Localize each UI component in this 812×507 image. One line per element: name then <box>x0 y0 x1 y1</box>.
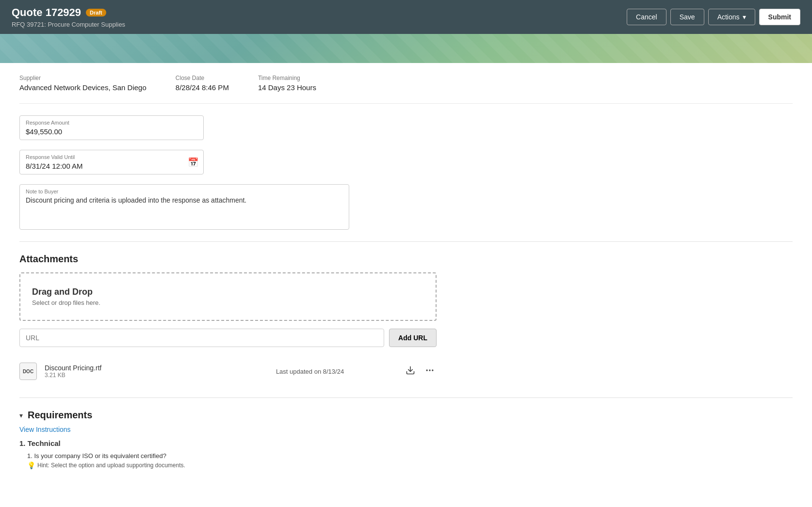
header-left: Quote 172929 Draft RFQ 39721: Procure Co… <box>12 6 125 28</box>
divider-1 <box>19 241 793 242</box>
requirements-section: ▾ Requirements View Instructions 1. Tech… <box>19 410 793 469</box>
close-date-info: Close Date 8/28/24 8:46 PM <box>176 75 229 92</box>
chevron-icon[interactable]: ▾ <box>19 412 23 419</box>
note-to-buyer-group: Note to Buyer Discount pricing and crite… <box>19 184 793 230</box>
file-updated: Last updated on 8/13/24 <box>224 368 396 375</box>
drop-zone[interactable]: Drag and Drop Select or drop files here. <box>19 272 437 321</box>
svg-point-1 <box>426 369 428 371</box>
attachments-title: Attachments <box>19 254 793 265</box>
view-instructions-link[interactable]: View Instructions <box>19 426 71 433</box>
drop-zone-title: Drag and Drop <box>32 287 424 297</box>
url-input[interactable] <box>19 329 384 347</box>
file-info: Discount Pricing.rtf 3.21 KB <box>45 364 216 379</box>
file-actions <box>404 364 437 380</box>
supplier-value: Advanced Network Devices, San Diego <box>19 83 146 92</box>
page-header: Quote 172929 Draft RFQ 39721: Procure Co… <box>0 0 812 34</box>
note-to-buyer-value: Discount pricing and criteria is uploade… <box>26 196 343 225</box>
decorative-banner <box>0 34 812 63</box>
cancel-button[interactable]: Cancel <box>627 9 666 25</box>
response-amount-group: Response Amount $49,550.00 <box>19 115 793 140</box>
add-url-button[interactable]: Add URL <box>389 329 437 347</box>
file-icon: DOC <box>19 363 37 380</box>
url-row: Add URL <box>19 329 437 347</box>
svg-point-3 <box>432 369 433 371</box>
response-valid-label: Response Valid Until <box>26 154 197 160</box>
main-content: Supplier Advanced Network Devices, San D… <box>0 63 812 507</box>
attachments-section: Attachments Drag and Drop Select or drop… <box>19 254 793 386</box>
calendar-icon: 📅 <box>188 157 198 168</box>
drop-zone-subtitle: Select or drop files here. <box>32 299 424 306</box>
response-valid-value: 8/31/24 12:00 AM <box>26 162 197 170</box>
requirements-header: ▾ Requirements <box>19 410 793 421</box>
header-actions: Cancel Save Actions ▾ Submit <box>627 9 800 25</box>
file-row: DOC Discount Pricing.rtf 3.21 KB Last up… <box>19 357 437 386</box>
time-remaining-label: Time Remaining <box>258 75 316 81</box>
save-button[interactable]: Save <box>670 9 704 25</box>
technical-section-title: 1. Technical <box>19 439 793 447</box>
time-remaining-info: Time Remaining 14 Days 23 Hours <box>258 75 316 92</box>
time-remaining-value: 14 Days 23 Hours <box>258 83 316 92</box>
requirement-question-1: 1. Is your company ISO or its equivalent… <box>19 452 793 459</box>
header-title-row: Quote 172929 Draft <box>12 6 125 19</box>
actions-button[interactable]: Actions ▾ <box>708 9 755 25</box>
requirements-title: Requirements <box>28 410 92 421</box>
note-to-buyer-field[interactable]: Note to Buyer Discount pricing and crite… <box>19 184 349 230</box>
supplier-label: Supplier <box>19 75 146 81</box>
response-amount-label: Response Amount <box>26 120 197 126</box>
close-date-label: Close Date <box>176 75 229 81</box>
more-options-button[interactable] <box>423 364 437 380</box>
svg-point-2 <box>429 369 430 371</box>
note-to-buyer-label: Note to Buyer <box>26 189 343 194</box>
response-valid-group: Response Valid Until 8/31/24 12:00 AM 📅 <box>19 150 793 174</box>
header-subtitle: RFQ 39721: Procure Computer Supplies <box>12 21 125 28</box>
download-button[interactable] <box>404 364 417 380</box>
info-bar: Supplier Advanced Network Devices, San D… <box>19 75 793 104</box>
response-amount-field[interactable]: Response Amount $49,550.00 <box>19 115 204 140</box>
response-valid-field[interactable]: Response Valid Until 8/31/24 12:00 AM 📅 <box>19 150 204 174</box>
requirement-hint-1: 💡 Hint: Select the option and upload sup… <box>19 461 793 469</box>
file-name: Discount Pricing.rtf <box>45 364 216 372</box>
hint-icon: 💡 <box>27 461 35 469</box>
draft-badge: Draft <box>86 9 106 16</box>
divider-2 <box>19 397 793 398</box>
close-date-value: 8/28/24 8:46 PM <box>176 83 229 92</box>
supplier-info: Supplier Advanced Network Devices, San D… <box>19 75 146 92</box>
response-amount-value: $49,550.00 <box>26 127 197 136</box>
file-size: 3.21 KB <box>45 372 216 379</box>
submit-button[interactable]: Submit <box>759 9 800 25</box>
quote-title: Quote 172929 <box>12 6 81 19</box>
chevron-down-icon: ▾ <box>743 13 746 21</box>
